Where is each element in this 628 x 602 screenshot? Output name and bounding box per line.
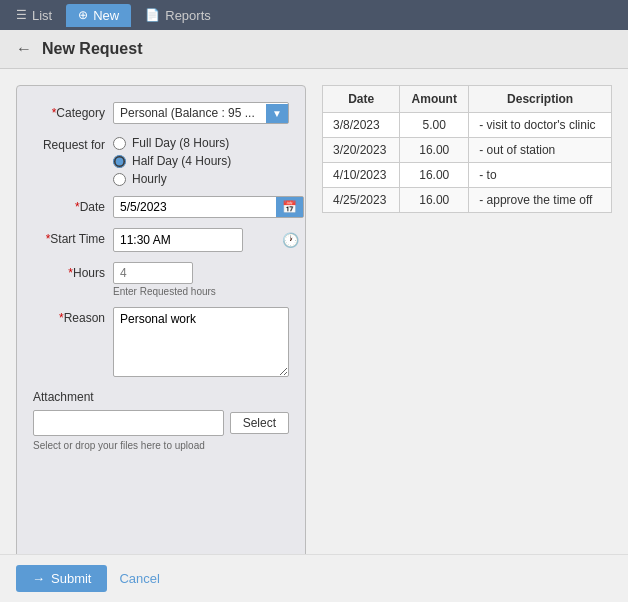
date-input[interactable] bbox=[114, 197, 276, 217]
time-required: * bbox=[46, 232, 51, 246]
cell-description: - out of station bbox=[469, 138, 612, 163]
request-for-row: Request for Full Day (8 Hours) Half Day … bbox=[33, 134, 289, 186]
table-panel: Date Amount Description 3/8/2023 5.00 - … bbox=[322, 85, 612, 583]
col-date: Date bbox=[323, 86, 400, 113]
hours-row: *Hours Enter Requested hours bbox=[33, 262, 289, 297]
bottom-actions: → Submit Cancel bbox=[0, 554, 628, 602]
cell-amount: 5.00 bbox=[400, 113, 469, 138]
reason-textarea[interactable]: Personal work bbox=[113, 307, 289, 377]
start-time-row: *Start Time 🕐 bbox=[33, 228, 289, 252]
hours-required: * bbox=[68, 266, 73, 280]
submit-arrow: → bbox=[32, 571, 45, 586]
radio-hourly[interactable]: Hourly bbox=[113, 172, 289, 186]
reason-label: *Reason bbox=[33, 307, 113, 325]
radio-half-day-input[interactable] bbox=[113, 155, 126, 168]
data-table: Date Amount Description 3/8/2023 5.00 - … bbox=[322, 85, 612, 213]
radio-half-day-label: Half Day (4 Hours) bbox=[132, 154, 231, 168]
radio-hourly-label: Hourly bbox=[132, 172, 167, 186]
table-header-row: Date Amount Description bbox=[323, 86, 612, 113]
page-header: ← New Request bbox=[0, 30, 628, 69]
file-input-display[interactable] bbox=[33, 410, 224, 436]
attachment-section: Attachment Select Select or drop your fi… bbox=[33, 390, 289, 451]
reason-control: Personal work bbox=[113, 307, 289, 380]
date-row: *Date 📅 bbox=[33, 196, 289, 218]
radio-full-day-label: Full Day (8 Hours) bbox=[132, 136, 229, 150]
tab-list[interactable]: ☰ List bbox=[4, 4, 64, 27]
back-button[interactable]: ← bbox=[16, 40, 32, 58]
category-dropdown-btn[interactable]: ▼ bbox=[266, 104, 288, 123]
submit-button[interactable]: → Submit bbox=[16, 565, 107, 592]
hours-input[interactable] bbox=[113, 262, 193, 284]
cell-date: 4/25/2023 bbox=[323, 188, 400, 213]
radio-half-day[interactable]: Half Day (4 Hours) bbox=[113, 154, 289, 168]
tab-list-label: List bbox=[32, 8, 52, 23]
cell-date: 3/8/2023 bbox=[323, 113, 400, 138]
cancel-link[interactable]: Cancel bbox=[119, 571, 159, 586]
cell-description: - visit to doctor's clinic bbox=[469, 113, 612, 138]
form-panel: *Category Personal (Balance : 95 ... ▼ R… bbox=[16, 85, 306, 583]
date-input-wrap: 📅 bbox=[113, 196, 304, 218]
reason-required: * bbox=[59, 311, 64, 325]
main-content: *Category Personal (Balance : 95 ... ▼ R… bbox=[0, 69, 628, 599]
col-amount: Amount bbox=[400, 86, 469, 113]
cell-description: - to bbox=[469, 163, 612, 188]
reason-row: *Reason Personal work bbox=[33, 307, 289, 380]
submit-label: Submit bbox=[51, 571, 91, 586]
tab-new[interactable]: ⊕ New bbox=[66, 4, 131, 27]
table-row: 3/8/2023 5.00 - visit to doctor's clinic bbox=[323, 113, 612, 138]
cell-description: - approve the time off bbox=[469, 188, 612, 213]
calendar-icon[interactable]: 📅 bbox=[276, 197, 303, 217]
tab-new-label: New bbox=[93, 8, 119, 23]
clock-icon[interactable]: 🕐 bbox=[276, 229, 305, 251]
select-button[interactable]: Select bbox=[230, 412, 289, 434]
cell-date: 4/10/2023 bbox=[323, 163, 400, 188]
list-icon: ☰ bbox=[16, 8, 27, 22]
attachment-row: Select bbox=[33, 410, 289, 436]
date-required: * bbox=[75, 200, 80, 214]
page-wrapper: ☰ List ⊕ New 📄 Reports ← New Request *Ca… bbox=[0, 0, 628, 602]
content-area: *Category Personal (Balance : 95 ... ▼ R… bbox=[0, 69, 628, 602]
radio-hourly-input[interactable] bbox=[113, 173, 126, 186]
tab-reports-label: Reports bbox=[165, 8, 211, 23]
table-row: 4/25/2023 16.00 - approve the time off bbox=[323, 188, 612, 213]
category-label: *Category bbox=[33, 102, 113, 120]
cell-amount: 16.00 bbox=[400, 163, 469, 188]
category-select[interactable]: Personal (Balance : 95 ... ▼ bbox=[113, 102, 289, 124]
cell-date: 3/20/2023 bbox=[323, 138, 400, 163]
time-input-wrap: 🕐 bbox=[113, 228, 243, 252]
hours-hint: Enter Requested hours bbox=[113, 286, 289, 297]
reports-icon: 📄 bbox=[145, 8, 160, 22]
table-row: 4/10/2023 16.00 - to bbox=[323, 163, 612, 188]
radio-full-day[interactable]: Full Day (8 Hours) bbox=[113, 136, 289, 150]
start-time-control: 🕐 bbox=[113, 228, 289, 252]
hours-wrap: Enter Requested hours bbox=[113, 262, 289, 297]
hours-control: Enter Requested hours bbox=[113, 262, 289, 297]
required-asterisk: * bbox=[52, 106, 57, 120]
drop-hint: Select or drop your files here to upload bbox=[33, 440, 289, 451]
top-nav: ☰ List ⊕ New 📄 Reports bbox=[0, 0, 628, 30]
radio-full-day-input[interactable] bbox=[113, 137, 126, 150]
hours-label: *Hours bbox=[33, 262, 113, 280]
tab-reports[interactable]: 📄 Reports bbox=[133, 4, 223, 27]
category-control: Personal (Balance : 95 ... ▼ bbox=[113, 102, 289, 124]
request-for-control: Full Day (8 Hours) Half Day (4 Hours) Ho… bbox=[113, 134, 289, 186]
request-for-label: Request for bbox=[33, 134, 113, 152]
cell-amount: 16.00 bbox=[400, 188, 469, 213]
radio-group: Full Day (8 Hours) Half Day (4 Hours) Ho… bbox=[113, 134, 289, 186]
col-description: Description bbox=[469, 86, 612, 113]
attachment-label: Attachment bbox=[33, 390, 289, 404]
page-title: New Request bbox=[42, 40, 142, 58]
category-value: Personal (Balance : 95 ... bbox=[114, 103, 266, 123]
cell-amount: 16.00 bbox=[400, 138, 469, 163]
start-time-label: *Start Time bbox=[33, 228, 113, 246]
new-icon: ⊕ bbox=[78, 8, 88, 22]
date-control: 📅 bbox=[113, 196, 304, 218]
category-row: *Category Personal (Balance : 95 ... ▼ bbox=[33, 102, 289, 124]
time-input[interactable] bbox=[114, 230, 276, 250]
table-row: 3/20/2023 16.00 - out of station bbox=[323, 138, 612, 163]
date-label: *Date bbox=[33, 196, 113, 214]
